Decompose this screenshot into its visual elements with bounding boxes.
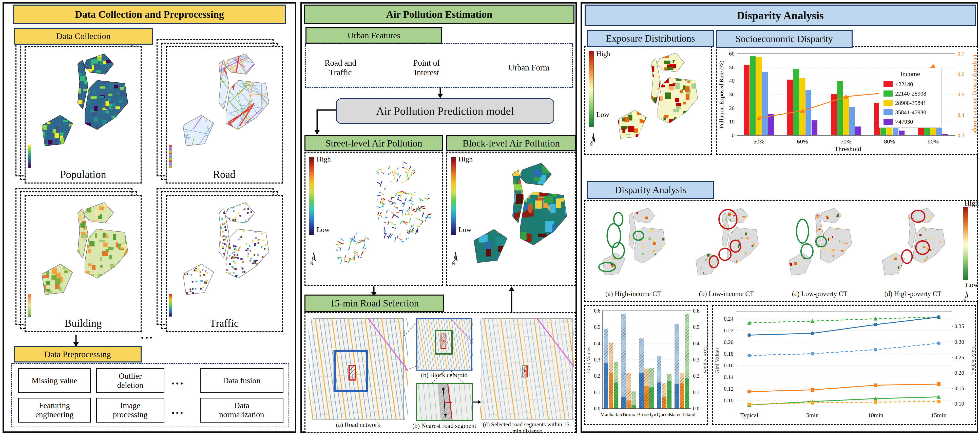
svg-text:0.14: 0.14 <box>724 374 734 380</box>
svg-text:0.7: 0.7 <box>958 51 964 57</box>
svg-text:Income: Income <box>900 70 920 78</box>
exposure-header-text: Exposure Distributions <box>606 33 695 44</box>
high-poverty-ct-map <box>869 204 957 288</box>
road-network-map <box>309 318 408 420</box>
svg-text:0: 0 <box>732 132 735 139</box>
svg-text:Disparity among Income Groups: Disparity among Income Groups <box>972 54 977 134</box>
svg-text:Typical: Typical <box>740 412 758 418</box>
svg-text:0.20: 0.20 <box>724 339 734 345</box>
svg-text:80%: 80% <box>884 138 895 145</box>
street-level-header-text: Street-level Air Pollution <box>326 138 422 149</box>
socio-chart-box: 01020304050600.30.40.50.60.750%60%70%80%… <box>716 46 978 155</box>
svg-text:CoV Values: CoV Values <box>970 347 976 374</box>
svg-text:Threshold: Threshold <box>834 145 861 153</box>
svg-text:90%: 90% <box>928 138 939 145</box>
block-level-header: Block-level Air Pollution <box>446 136 576 151</box>
svg-text:0.5: 0.5 <box>693 324 699 330</box>
svg-text:0.1: 0.1 <box>594 389 600 395</box>
map-card-building: Building <box>16 188 143 334</box>
svg-text:0.0: 0.0 <box>693 406 699 411</box>
caption-low-income: (b) Low-income CT <box>682 290 770 298</box>
svg-text:0.35: 0.35 <box>955 323 964 329</box>
population-map <box>28 49 140 163</box>
exposure-colorbar <box>589 51 594 127</box>
prep-ellipsis: ... <box>172 403 185 417</box>
socio-header-text: Socioeconomic Disparity <box>735 33 833 45</box>
svg-text:<22140: <22140 <box>895 81 913 88</box>
svg-text:5min: 5min <box>806 412 819 418</box>
nearest-road-segment-map <box>416 383 473 421</box>
disparity-maps-box: (a) High-income CT (b) Low-income CT (c)… <box>584 200 978 302</box>
svg-text:30: 30 <box>729 91 735 97</box>
prep-box-text: Data normalization <box>213 401 271 419</box>
svg-text:0.2: 0.2 <box>693 373 699 379</box>
svg-text:60: 60 <box>729 51 735 57</box>
svg-text:0.0: 0.0 <box>594 406 600 411</box>
svg-text:0.24: 0.24 <box>724 316 734 322</box>
svg-text:20: 20 <box>729 105 735 111</box>
prediction-model-label: Air Pollution Prediction model <box>376 105 514 118</box>
svg-text:0.15: 0.15 <box>955 385 964 391</box>
svg-text:Brooklyn: Brooklyn <box>637 411 656 418</box>
prep-box-text: Featuring engineering <box>29 401 80 419</box>
data-preprocessing-header: Data Preprocessing <box>14 346 142 362</box>
street-level-map-box: High Low N <box>304 152 443 286</box>
panel-data-collection-preprocessing: Data Collection and Preprocessing Data C… <box>3 2 296 433</box>
arrow-down-icon <box>436 88 444 98</box>
block-level-header-text: Block-level Air Pollution <box>463 138 560 149</box>
map-card-road: Road <box>156 39 285 185</box>
svg-text:0.6: 0.6 <box>594 308 600 314</box>
urban-features-header-text: Urban Features <box>347 31 401 40</box>
arrow-up-icon <box>508 286 516 314</box>
doc-road-and-traffic: Road and Traffic <box>313 53 367 83</box>
block-level-map-box: High Low N <box>446 152 576 286</box>
svg-text:0.2: 0.2 <box>594 373 600 379</box>
road-legend-icon <box>169 145 172 168</box>
svg-text:0.3: 0.3 <box>693 357 699 362</box>
exposure-map-box: High Low N <box>584 46 712 155</box>
exposure-distributions-header: Exposure Distributions <box>587 30 714 47</box>
data-collection-header: Data Collection <box>14 28 153 45</box>
svg-text:0.6: 0.6 <box>693 308 699 314</box>
svg-text:0.10: 0.10 <box>955 400 964 407</box>
stack-frame: Building <box>25 195 142 332</box>
disparity-colorbar-high: High <box>964 199 979 207</box>
low-poverty-ct-map <box>776 204 864 288</box>
svg-text:35841-47930: 35841-47930 <box>895 109 926 116</box>
road-selection-header: 15-min Road Selection <box>304 295 444 312</box>
borough-chart-box: 0.00.00.10.10.20.20.30.30.40.40.50.50.60… <box>584 305 708 425</box>
left-ellipsis: ... <box>141 327 154 341</box>
building-colorbar-icon <box>28 294 31 317</box>
left-panel-title: Data Collection and Preprocessing <box>13 5 286 24</box>
svg-text:Staten Island: Staten Island <box>669 411 695 417</box>
svg-text:15min: 15min <box>931 412 946 418</box>
doc-urban-form: Urban Form <box>502 53 556 83</box>
svg-text:N: N <box>590 143 593 147</box>
svg-text:0.18: 0.18 <box>724 351 734 357</box>
panel-disparity-analysis: Disparity Analysis Exposure Distribution… <box>581 2 978 433</box>
gini-cov-timeline-chart: 0.100.120.140.160.180.200.220.240.100.15… <box>714 307 976 425</box>
left-panel-title-text: Data Collection and Preprocessing <box>75 8 224 20</box>
building-label: Building <box>25 317 141 329</box>
low-income-ct-map <box>682 204 770 288</box>
stack-frame: Road <box>165 46 283 183</box>
svg-text:0.10: 0.10 <box>724 397 734 404</box>
socioeconomic-disparity-chart: 01020304050600.30.40.50.60.750%60%70%80%… <box>718 49 977 154</box>
compass-icon: N <box>589 132 598 147</box>
doc-label: Road and Traffic <box>313 53 367 83</box>
svg-text:Bronx: Bronx <box>623 411 635 417</box>
svg-text:>47930: >47930 <box>895 119 913 125</box>
svg-text:50: 50 <box>729 64 735 70</box>
doc-point-of-interest: Point of Interest <box>400 53 453 83</box>
svg-text:0.16: 0.16 <box>724 362 734 368</box>
svg-text:N: N <box>964 298 966 301</box>
preprocessing-container: Missing value Outlier deletion ... Data … <box>11 363 289 427</box>
caption-low-poverty: (c) Low-poverty CT <box>776 290 864 298</box>
map-card-population: Population <box>16 39 143 185</box>
svg-text:10: 10 <box>729 118 735 125</box>
svg-text:0.22: 0.22 <box>724 327 734 333</box>
traffic-colorbar-icon <box>169 294 172 317</box>
socioeconomic-disparity-header: Socioeconomic Disparity <box>716 30 853 48</box>
middle-panel-title-text: Air Pollution Estimation <box>386 8 492 20</box>
stack-frame: Traffic <box>165 195 283 332</box>
